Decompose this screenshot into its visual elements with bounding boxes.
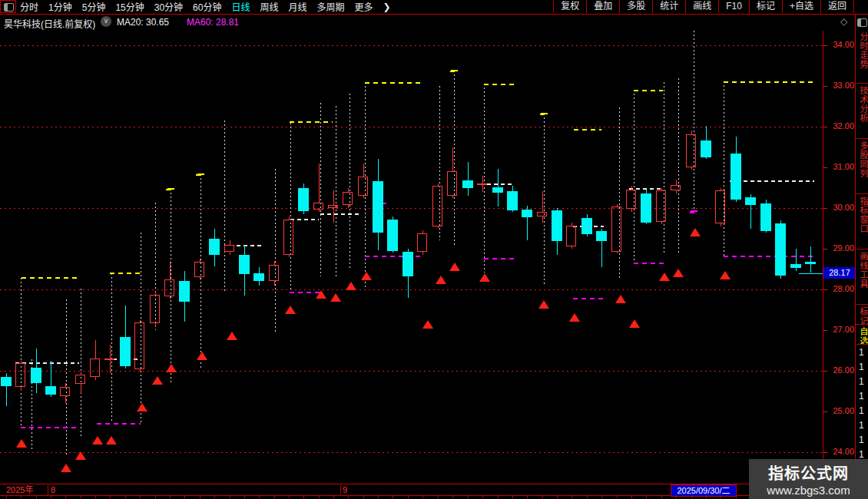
tab-分时[interactable]: 分时 — [20, 0, 38, 13]
bottom-tick — [468, 495, 469, 498]
candlestick-chart-area[interactable] — [0, 31, 823, 484]
bottom-tick — [422, 495, 423, 498]
candle-up — [60, 387, 70, 396]
month-label-9: 9 — [343, 485, 347, 495]
bottom-tick — [95, 495, 96, 498]
candle-wick — [617, 252, 618, 254]
buy-signal-triangle — [166, 364, 177, 372]
candle-down — [775, 223, 786, 276]
candle-down — [641, 193, 651, 223]
zig-vline — [21, 278, 22, 427]
gridline-28 — [0, 289, 823, 290]
bottom-tick — [110, 495, 111, 498]
tab-月线[interactable]: 月线 — [289, 0, 307, 13]
candle-down — [790, 264, 801, 269]
candle-down — [1, 377, 12, 386]
candle-wick — [140, 369, 141, 371]
bottom-tick — [393, 495, 393, 498]
candle-wick — [65, 396, 66, 404]
tab-❯[interactable]: ❯ — [383, 2, 391, 12]
bottom-tick — [333, 495, 334, 498]
tab-更多[interactable]: 更多 — [355, 0, 373, 13]
buy-signal-triangle — [673, 269, 684, 277]
date-badge: 2025/09/30/二 — [671, 484, 737, 497]
strip-item[interactable]: 自选 — [857, 327, 868, 345]
strip-digit[interactable]: 1 — [859, 376, 864, 387]
bottom-tick — [214, 495, 215, 498]
strip-item[interactable]: 画线工具 — [857, 252, 868, 289]
strip-digit[interactable]: 1 — [859, 420, 864, 431]
price-label-33.00: 33.00 — [833, 81, 854, 90]
button-F10[interactable]: F10 — [718, 0, 749, 13]
candle-wick — [631, 209, 632, 212]
strip-item[interactable]: 分时走势 — [857, 32, 868, 69]
tab-60分钟[interactable]: 60分钟 — [193, 0, 221, 13]
level-dash-yellow — [22, 277, 78, 279]
tab-30分钟[interactable]: 30分钟 — [154, 0, 183, 13]
button-标记[interactable]: 标记 — [749, 0, 782, 13]
candle-down — [462, 180, 473, 188]
price-tick — [823, 167, 827, 168]
zig-vline — [454, 71, 455, 246]
bottom-tick — [155, 495, 156, 498]
buy-signal-triangle — [106, 436, 117, 444]
candle-up — [417, 233, 427, 252]
tab-多周期[interactable]: 多周期 — [317, 0, 345, 13]
time-divider — [48, 485, 48, 495]
buy-signal-triangle — [479, 273, 490, 282]
strip-item[interactable]: 标记 — [857, 307, 868, 326]
chevron-down-icon[interactable]: ∨ — [101, 16, 111, 27]
diamond-icon[interactable]: ◇ — [840, 16, 847, 27]
bottom-tick — [363, 495, 364, 498]
tab-5分钟[interactable]: 5分钟 — [82, 0, 106, 13]
candle-wick — [661, 222, 662, 224]
tab-15分钟[interactable]: 15分钟 — [115, 0, 144, 13]
price-label-25.00: 25.00 — [833, 406, 854, 415]
zig-vline — [634, 90, 634, 263]
bottom-tick — [482, 495, 483, 498]
candle-down — [581, 218, 592, 234]
strip-item[interactable]: 多股同列 — [857, 141, 868, 178]
candle-wick — [110, 360, 111, 372]
strip-item[interactable]: 技术分析 — [857, 86, 868, 123]
price-tick — [823, 45, 827, 46]
button-叠加[interactable]: 叠加 — [586, 0, 619, 13]
strip-digit[interactable]: 1 — [859, 362, 864, 372]
tab-日线[interactable]: 日线 — [231, 0, 250, 13]
layout-panel-icon[interactable] — [0, 0, 16, 13]
strip-digit[interactable]: 1 — [859, 435, 864, 445]
strip-divider — [856, 138, 868, 139]
bottom-tick — [527, 495, 528, 498]
button-返回[interactable]: 返回 — [820, 0, 854, 13]
watermark: 指标公式网 www.zbgs3.com — [749, 459, 868, 499]
strip-digit[interactable]: 1 — [859, 405, 864, 416]
button-+自选[interactable]: +自选 — [782, 0, 820, 13]
candle-wick — [333, 190, 334, 205]
candle-down — [805, 262, 816, 264]
candle-wick — [21, 387, 22, 392]
price-label-30.00: 30.00 — [833, 203, 854, 212]
strip-item[interactable]: 指标窗口 — [857, 197, 868, 233]
button-复权[interactable]: 复权 — [553, 0, 586, 13]
button-画线[interactable]: 画线 — [685, 0, 718, 13]
zig-vline — [66, 299, 67, 455]
zig-vline — [275, 169, 276, 332]
window-split-icon[interactable] — [857, 18, 867, 27]
tab-周线[interactable]: 周线 — [260, 0, 278, 13]
bottom-tick — [736, 495, 737, 498]
candle-wick — [363, 196, 364, 198]
button-多股[interactable]: 多股 — [619, 0, 652, 13]
right-side-strip[interactable]: 分时走势技术分析多股同列指标窗口画线工具标记自选111111111 — [855, 14, 868, 499]
buy-signal-triangle — [137, 403, 147, 411]
candle-wick — [230, 252, 230, 255]
strip-digit[interactable]: 1 — [859, 391, 864, 402]
tab-1分钟[interactable]: 1分钟 — [48, 0, 72, 13]
strip-divider — [856, 344, 868, 345]
strip-digit[interactable]: 1 — [859, 449, 864, 460]
support-dash-magenta — [690, 212, 696, 213]
strip-digit[interactable]: 1 — [859, 347, 864, 358]
year-label: 2025年 — [6, 485, 33, 495]
level-dash-yellow — [290, 121, 333, 123]
bottom-tick — [230, 495, 230, 498]
button-统计[interactable]: 统计 — [652, 0, 685, 13]
